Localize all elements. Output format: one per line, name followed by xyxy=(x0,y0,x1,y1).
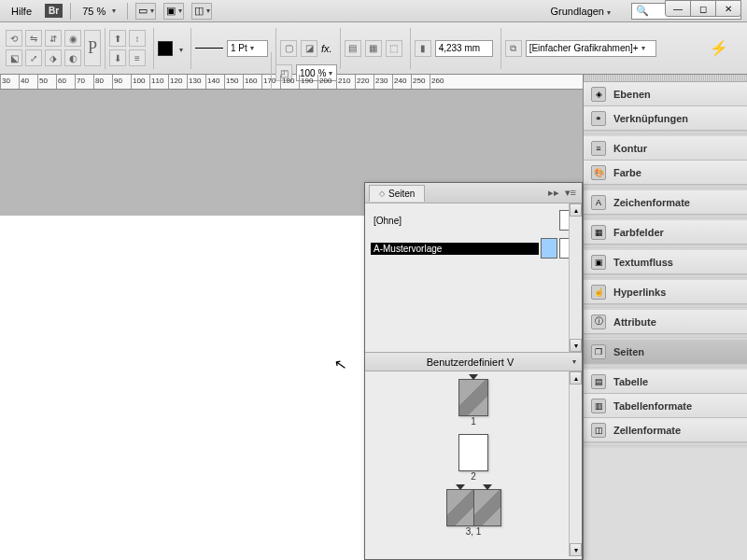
view-options-icon[interactable]: ▭ xyxy=(135,3,156,20)
pages-scrollbar[interactable]: ▴ ▾ xyxy=(569,371,582,556)
wrap-bound-icon[interactable]: ▦ xyxy=(365,40,382,57)
align-top-icon[interactable]: ⬆ xyxy=(109,30,126,47)
dock-item-ebenen[interactable]: ◈Ebenen xyxy=(584,82,747,106)
ruler-tick: 210 xyxy=(336,75,355,89)
ruler-tick: 140 xyxy=(205,75,224,89)
paragraph-icon[interactable]: P xyxy=(84,30,101,66)
shear-icon[interactable]: ⬗ xyxy=(45,49,62,66)
page-3-thumb[interactable] xyxy=(446,489,474,526)
ruler-tick: 130 xyxy=(187,75,205,89)
column-width-field[interactable]: 4,233 mm xyxy=(435,40,493,57)
page-2-wrap[interactable]: 2 xyxy=(458,434,488,482)
zoom-dropdown[interactable]: 75 % xyxy=(78,4,120,19)
stroke-style-icon[interactable] xyxy=(195,48,223,49)
menu-help[interactable]: Hilfe xyxy=(6,4,37,19)
ruler-tick: 230 xyxy=(374,75,392,89)
tabelle-icon: ▤ xyxy=(591,374,606,389)
page-2-thumb[interactable] xyxy=(458,434,488,471)
spread-3-wrap[interactable]: 3, 1 xyxy=(446,489,501,537)
transform-icon[interactable]: ⬕ xyxy=(6,49,22,66)
dock-item-tabelle[interactable]: ▤Tabelle xyxy=(584,370,747,394)
ruler-tick: 80 xyxy=(93,75,112,89)
ruler-tick: 200 xyxy=(317,75,336,89)
page-1-wrap[interactable]: 1 xyxy=(458,379,488,427)
ruler-tick: 240 xyxy=(392,75,411,89)
masters-scrollbar[interactable]: ▴ ▾ xyxy=(569,203,582,352)
dock-item-farbe[interactable]: 🎨Farbe xyxy=(584,161,747,185)
master-a-thumb-left[interactable] xyxy=(541,238,557,259)
ruler-tick: 260 xyxy=(430,75,448,89)
tabellenformate-icon: ▥ xyxy=(591,399,606,413)
scroll-down-icon[interactable]: ▾ xyxy=(570,543,582,556)
page-3b-thumb[interactable] xyxy=(473,489,501,526)
align-mid-icon[interactable]: ↕ xyxy=(129,30,146,47)
flip-v-icon[interactable]: ⇵ xyxy=(45,30,62,47)
page-size-selector[interactable]: Benutzerdefiniert V xyxy=(365,353,582,371)
dock-item-seiten[interactable]: ❐Seiten xyxy=(584,340,747,364)
pages-panel-header[interactable]: Seiten ▸▸ ▾≡ xyxy=(365,183,582,203)
dock-item-verknüpfungen[interactable]: ⚭Verknüpfungen xyxy=(584,106,747,131)
align-bot-icon[interactable]: ⬇ xyxy=(109,49,126,66)
page-2-label: 2 xyxy=(458,471,488,482)
master-none-row[interactable]: [Ohne] xyxy=(371,209,576,231)
rotate-icon[interactable]: ⟲ xyxy=(6,30,22,47)
dock-item-attribute[interactable]: ⓘAttribute xyxy=(584,310,747,334)
frame-preset-field[interactable]: [Einfacher Grafikrahmen]+ xyxy=(526,40,656,57)
dock-item-farbfelder[interactable]: ▦Farbfelder xyxy=(584,220,747,245)
dock-label: Kontur xyxy=(613,143,647,154)
rotate2-icon[interactable]: ◐ xyxy=(64,49,81,66)
dock-item-zeichenformate[interactable]: AZeichenformate xyxy=(584,190,747,215)
dock-item-kontur[interactable]: ≡Kontur xyxy=(584,136,747,161)
distribute-icon[interactable]: ≡ xyxy=(129,49,146,66)
columns-segment: ▮ 4,233 mm xyxy=(410,28,497,69)
close-button[interactable]: ✕ xyxy=(715,0,741,17)
fill-swatch[interactable] xyxy=(158,41,173,56)
dock-label: Seiten xyxy=(613,346,644,357)
bridge-badge[interactable]: Br xyxy=(45,4,63,18)
page-canvas[interactable] xyxy=(0,216,364,560)
ruler-tick: 110 xyxy=(149,75,168,89)
ruler-tick: 100 xyxy=(131,75,149,89)
ruler-tick: 160 xyxy=(243,75,261,89)
dock-item-textumfluss[interactable]: ▣Textumfluss xyxy=(584,250,747,274)
dock-item-hyperlinks[interactable]: ☝Hyperlinks xyxy=(584,280,747,304)
stroke-weight-field[interactable]: 1 Pt xyxy=(227,40,268,57)
window-controls: — ◻ ✕ xyxy=(666,0,741,17)
flip-h-icon[interactable]: ⇋ xyxy=(25,30,42,47)
columns-icon[interactable]: ▮ xyxy=(415,40,431,57)
panel-menu-icon[interactable]: ▾≡ xyxy=(565,187,576,199)
dock-item-tabellenformate[interactable]: ▥Tabellenformate xyxy=(584,394,747,418)
scroll-up-icon[interactable]: ▴ xyxy=(570,203,582,217)
frame-fit-icon[interactable]: ⬚ xyxy=(386,40,402,57)
scale-icon[interactable]: ⤢ xyxy=(25,49,42,66)
dock-item-zellenformate[interactable]: ◫Zellenformate xyxy=(584,418,747,442)
spread-marker-icon xyxy=(456,484,465,490)
select-content-icon[interactable]: ◉ xyxy=(64,30,81,47)
object-style-icon[interactable]: ⧉ xyxy=(505,40,522,57)
maximize-button[interactable]: ◻ xyxy=(690,0,716,17)
quick-apply-icon[interactable]: ⚡ xyxy=(710,39,728,57)
minimize-button[interactable]: — xyxy=(665,0,691,17)
wrap-none-icon[interactable]: ▤ xyxy=(345,40,361,57)
ruler-tick: 60 xyxy=(56,75,75,89)
master-a-row[interactable]: A-Mustervorlage xyxy=(371,237,576,259)
kontur-icon: ≡ xyxy=(591,141,606,156)
ruler-tick: 150 xyxy=(224,75,243,89)
workspace-selector[interactable]: Grundlagen xyxy=(543,4,619,19)
farbfelder-icon: ▦ xyxy=(591,225,606,240)
text-wrap-segment: ▤ ▦ ⬚ xyxy=(340,28,406,69)
scroll-up-icon[interactable]: ▴ xyxy=(570,371,582,385)
screen-mode-icon[interactable]: ▣ xyxy=(163,3,184,20)
scroll-down-icon[interactable]: ▾ xyxy=(570,339,582,352)
transform-tools: ⟲ ⇋ ⇵ ◉ P ⬕ ⤢ ⬗ ◐ xyxy=(6,30,101,66)
collapse-icon[interactable]: ▸▸ xyxy=(548,187,559,199)
dock-label: Tabelle xyxy=(613,376,648,387)
dock-label: Farbfelder xyxy=(613,227,664,238)
pages-tab[interactable]: Seiten xyxy=(369,185,425,202)
swatch-dropdown[interactable] xyxy=(176,43,183,54)
dock-drag-handle[interactable] xyxy=(584,75,747,82)
page-1-thumb[interactable] xyxy=(458,379,488,416)
spread-marker-icon xyxy=(483,484,492,490)
ruler-tick: 50 xyxy=(37,75,56,89)
arrange-icon[interactable]: ◫ xyxy=(191,3,212,20)
